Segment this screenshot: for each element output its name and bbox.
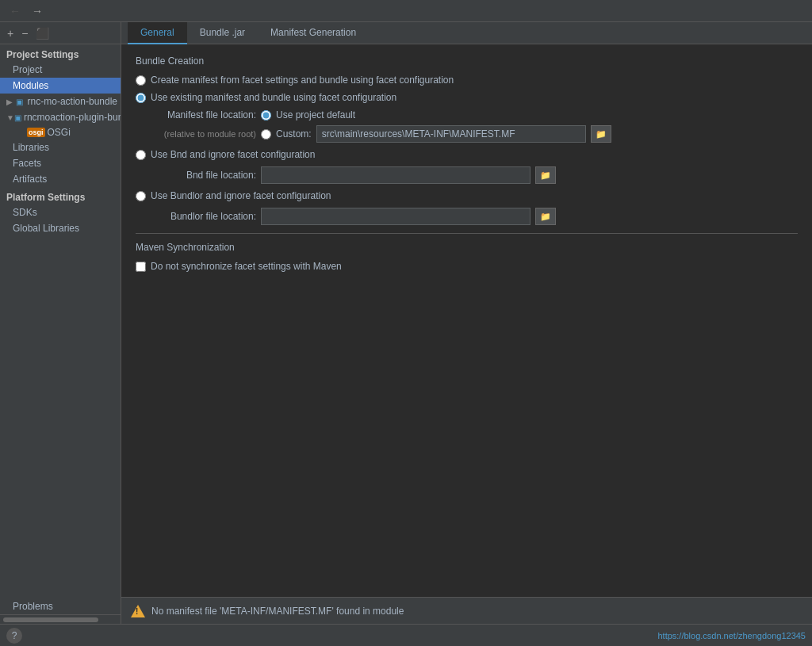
radio-row-1: Create manifest from facet settings and … — [136, 75, 798, 86]
manifest-location-row: Manifest file location: Use project defa… — [153, 109, 798, 120]
sidebar-toolbar: + − ⬛ — [0, 22, 121, 44]
sidebar-item-facets[interactable]: Facets — [0, 155, 121, 171]
sidebar-item-libraries[interactable]: Libraries — [0, 140, 121, 155]
osgi-badge: osgi — [27, 128, 45, 137]
back-button[interactable]: ← — [6, 3, 24, 19]
relative-note-row: (relative to module root) Custom: 📁 — [153, 125, 798, 143]
radio-use-bnd[interactable] — [136, 150, 146, 160]
bundlor-location-row: Bundlor file location: 📁 — [153, 208, 798, 225]
sub-options-bundlor: Bundlor file location: 📁 — [153, 208, 798, 225]
title-bar: ← → — [0, 0, 812, 22]
bundlor-file-input[interactable] — [261, 208, 530, 225]
browse-bnd-btn[interactable]: 📁 — [535, 166, 556, 184]
radio-use-project-default[interactable] — [261, 110, 271, 120]
manifest-file-location-label: Manifest file location: — [153, 109, 256, 120]
remove-button[interactable]: − — [19, 26, 30, 40]
bnd-file-location-label: Bnd file location: — [153, 170, 256, 181]
do-not-sync-checkbox[interactable] — [136, 262, 146, 272]
custom-path-input[interactable] — [316, 125, 586, 143]
platform-settings-header: Platform Settings — [0, 187, 121, 205]
tree-item-rnc-mo[interactable]: ▶ ▣ rnc-mo-action-bundle — [0, 94, 121, 109]
sidebar-item-artifacts[interactable]: Artifacts — [0, 171, 121, 187]
browse-custom-btn[interactable]: 📁 — [591, 125, 611, 143]
scroll-thumb — [3, 617, 98, 622]
radio-1-label: Create manifest from facet settings and … — [151, 75, 454, 86]
main-layout: + − ⬛ Project Settings Project Modules ▶… — [0, 22, 812, 624]
sidebar-item-global-libraries[interactable]: Global Libraries — [0, 220, 121, 236]
help-button[interactable]: ? — [6, 628, 22, 644]
bundle-creation-label: Bundle Creation — [136, 55, 798, 67]
content-area: General Bundle .jar Manifest Generation … — [121, 22, 812, 624]
warning-text: No manifest file 'META-INF/MANIFEST.MF' … — [151, 606, 404, 617]
forward-button[interactable]: → — [29, 3, 46, 19]
bundlor-file-location-label: Bundlor file location: — [153, 211, 256, 222]
module-icon-2: ▣ — [14, 111, 21, 124]
radio-row-3: Use Bnd and ignore facet configuration — [136, 149, 798, 160]
nav-buttons: ← → — [6, 3, 46, 19]
module-icon: ▣ — [14, 95, 25, 108]
sub-options-bnd: Bnd file location: 📁 — [153, 166, 798, 184]
sidebar-item-modules[interactable]: Modules — [0, 78, 121, 94]
radio-3-label: Use Bnd and ignore facet configuration — [151, 149, 315, 160]
bnd-file-input[interactable] — [261, 166, 530, 184]
sidebar-item-problems[interactable]: Problems — [0, 598, 121, 614]
tree-item-osgi[interactable]: osgi OSGi — [0, 125, 121, 140]
tree-item-rncmoaction[interactable]: ▼ ▣ rncmoaction-plugin-bundle — [0, 109, 121, 125]
tab-general[interactable]: General — [128, 22, 187, 44]
use-project-default-label: Use project default — [276, 109, 355, 120]
tab-bundle-jar[interactable]: Bundle .jar — [187, 22, 258, 44]
panel-general: Bundle Creation Create manifest from fac… — [121, 44, 812, 597]
tree-label-2: rncmoaction-plugin-bundle — [24, 112, 121, 123]
custom-label: Custom: — [276, 128, 312, 140]
tab-manifest-generation[interactable]: Manifest Generation — [258, 22, 369, 44]
maven-sync-row: Do not synchronize facet settings with M… — [136, 261, 798, 272]
tree-label: rnc-mo-action-bundle — [28, 96, 117, 107]
bottom-bar: ? https://blog.csdn.net/zhengdong12345 — [0, 624, 812, 646]
warning-bar: No manifest file 'META-INF/MANIFEST.MF' … — [121, 597, 812, 624]
bottom-url: https://blog.csdn.net/zhengdong12345 — [657, 631, 806, 640]
sub-options-radio2: Manifest file location: Use project defa… — [153, 109, 798, 143]
maven-sync-label: Maven Synchronization — [136, 242, 798, 253]
do-not-sync-label: Do not synchronize facet settings with M… — [151, 261, 342, 272]
radio-use-bundlor[interactable] — [136, 191, 146, 201]
radio-4-label: Use Bundlor and ignore facet configurati… — [151, 190, 331, 201]
sidebar-item-project[interactable]: Project — [0, 62, 121, 78]
copy-button[interactable]: ⬛ — [33, 26, 52, 40]
project-settings-header: Project Settings — [0, 44, 121, 62]
radio-create-manifest[interactable] — [136, 75, 146, 86]
radio-row-2: Use existing manifest and bundle using f… — [136, 92, 798, 103]
relative-note: (relative to module root) — [153, 129, 256, 139]
sidebar-item-sdks[interactable]: SDKs — [0, 205, 121, 220]
tree-arrow: ▶ — [6, 97, 14, 106]
browse-bundlor-btn[interactable]: 📁 — [535, 208, 556, 225]
tabs-bar: General Bundle .jar Manifest Generation — [121, 22, 812, 44]
tree-arrow-expanded: ▼ — [6, 113, 14, 122]
sidebar: + − ⬛ Project Settings Project Modules ▶… — [0, 22, 121, 624]
radio-custom[interactable] — [261, 129, 271, 140]
tree-arrow-osgi — [17, 128, 27, 137]
bnd-location-row: Bnd file location: 📁 — [153, 166, 798, 184]
warning-triangle — [131, 605, 145, 617]
warning-icon — [131, 604, 145, 618]
add-button[interactable]: + — [5, 26, 16, 40]
divider — [136, 233, 798, 234]
horizontal-scrollbar[interactable] — [0, 614, 121, 624]
radio-2-label: Use existing manifest and bundle using f… — [151, 92, 396, 103]
tree-label-osgi: OSGi — [48, 127, 71, 138]
radio-row-4: Use Bundlor and ignore facet configurati… — [136, 190, 798, 201]
radio-use-existing[interactable] — [136, 93, 146, 103]
